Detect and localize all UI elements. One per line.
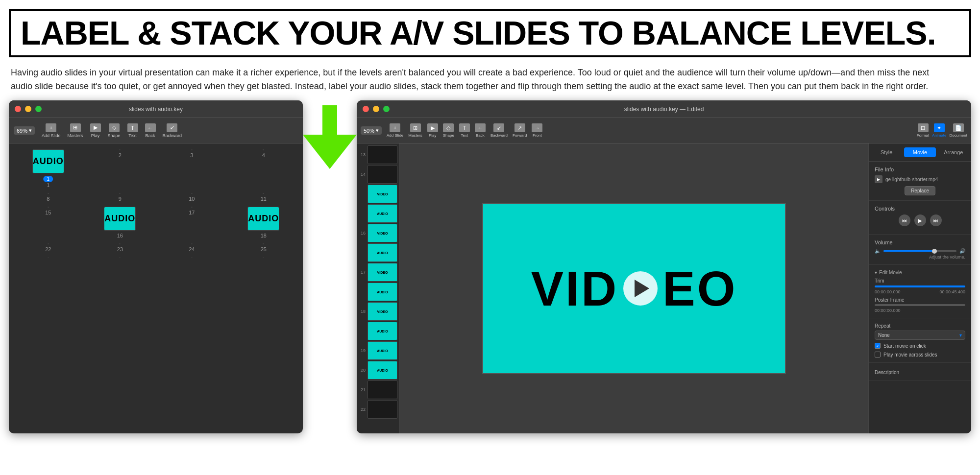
right-text-btn[interactable]: T Text	[459, 123, 470, 138]
slide-thumb-15[interactable]	[48, 207, 49, 208]
right-backward-btn[interactable]: ↙ Backward	[490, 123, 508, 138]
slide-group-3[interactable]: 3	[158, 149, 225, 188]
poster-slider[interactable]	[875, 304, 965, 306]
repeat-select[interactable]: None ▾	[875, 331, 965, 340]
strip-item-18[interactable]: 18 VIDEO	[359, 302, 397, 321]
strip-item-14[interactable]: 14	[359, 165, 397, 184]
fast-forward-button[interactable]: ⏭	[930, 214, 942, 226]
right-forward-btn[interactable]: ↗ Forward	[513, 123, 527, 138]
backward-btn[interactable]: ↙ Backward	[163, 123, 182, 138]
right-shape-btn[interactable]: ◇ Shape	[443, 123, 454, 138]
strip-item-20[interactable]: 20 AUDIO	[359, 361, 397, 380]
strip-item-audio-3[interactable]: AUDIO	[359, 283, 397, 301]
slide-thumb-23[interactable]	[119, 243, 121, 244]
play-btn[interactable]: ▶ Play	[90, 123, 101, 138]
animate-tab[interactable]: ✦ Animate	[932, 123, 946, 138]
slide-thumb-25[interactable]	[263, 243, 264, 244]
right-play-btn[interactable]: ▶ Play	[427, 123, 438, 138]
strip-item-16[interactable]: 16 VIDEO	[359, 224, 397, 242]
text-btn[interactable]: T Text	[127, 123, 138, 138]
slide-thumb-2[interactable]	[119, 149, 121, 150]
slide-thumb-18[interactable]: AUDIO	[247, 207, 279, 231]
slide-thumb-11[interactable]	[263, 193, 264, 194]
strip-item-13[interactable]: 13	[359, 145, 397, 164]
document-tab[interactable]: 📄 Document	[950, 123, 967, 138]
fullscreen-icon[interactable]	[35, 106, 42, 112]
strip-item-audio-4[interactable]: AUDIO	[359, 322, 397, 340]
slide-group-16[interactable]: AUDIO 16	[87, 207, 154, 238]
add-slide-btn[interactable]: + Add Slide	[42, 123, 61, 138]
replace-button[interactable]: Replace	[905, 186, 935, 195]
right-fullscreen-icon[interactable]	[383, 106, 390, 112]
format-tab[interactable]: ⊡ Format	[917, 123, 929, 138]
slide-group-extra3[interactable]	[158, 257, 225, 260]
strip-item-22[interactable]: 22	[359, 400, 397, 419]
right-close-icon[interactable]	[363, 106, 369, 112]
play-across-slides-checkbox[interactable]	[875, 352, 881, 357]
right-minimize-icon[interactable]	[373, 106, 379, 112]
slide-group-11[interactable]: 11	[230, 193, 297, 202]
right-inspector-panel: Style Movie Arrange File Info ▶ ge light…	[868, 143, 971, 433]
slide-group-extra2[interactable]	[87, 257, 154, 260]
slide-group-4[interactable]: 4	[230, 149, 297, 188]
slide-thumb-extra3[interactable]	[191, 257, 193, 258]
slide-group-extra4[interactable]	[230, 257, 297, 260]
slide-group-extra1[interactable]	[15, 257, 82, 260]
close-icon[interactable]	[15, 106, 21, 112]
back-btn[interactable]: ← Back	[145, 123, 156, 138]
slide-thumb-8[interactable]	[48, 193, 49, 194]
slide-group-18[interactable]: AUDIO 18	[230, 207, 297, 238]
right-add-slide-btn[interactable]: + Add Slide	[387, 123, 403, 138]
play-pause-button[interactable]: ▶	[914, 214, 926, 226]
slide-group-22[interactable]: 22	[15, 243, 82, 252]
strip-item-17[interactable]: 17 VIDEO	[359, 263, 397, 282]
zoom-control[interactable]: 69% ▾	[14, 126, 35, 135]
shape-btn[interactable]: ◇ Shape	[108, 123, 121, 138]
rewind-button[interactable]: ⏮	[899, 214, 910, 226]
start-movie-on-click-checkbox[interactable]: ✓	[875, 343, 881, 349]
left-toolbar: 69% ▾ + Add Slide ⊞ Masters ▶ Play ◇ Sha…	[9, 118, 303, 143]
trim-slider[interactable]	[875, 285, 965, 287]
slide-thumb-9[interactable]	[119, 193, 121, 194]
movie-tab[interactable]: Movie	[904, 147, 935, 157]
poster-label: Poster Frame	[875, 297, 965, 303]
slide-thumb-extra2[interactable]	[119, 257, 121, 258]
slide-group-17[interactable]: 17	[158, 207, 225, 238]
slide-group-15[interactable]: 15	[15, 207, 82, 238]
strip-item-21[interactable]: 21	[359, 380, 397, 399]
slide-group-23[interactable]: 23	[87, 243, 154, 252]
style-tab[interactable]: Style	[871, 145, 902, 159]
slide-thumb-10[interactable]	[191, 193, 193, 194]
slide-thumb-22[interactable]	[48, 243, 49, 244]
volume-slider[interactable]	[883, 250, 956, 252]
strip-item-audio-1[interactable]: AUDIO	[359, 204, 397, 223]
slide-canvas[interactable]: VID EO	[482, 203, 786, 374]
play-button-icon[interactable]	[623, 271, 658, 306]
right-front-btn[interactable]: → Front	[532, 123, 542, 138]
slide-group-9[interactable]: 9	[87, 193, 154, 202]
slide-thumb-17[interactable]	[191, 207, 193, 208]
masters-btn[interactable]: ⊞ Masters	[68, 123, 83, 138]
slide-group-8[interactable]: 8	[15, 193, 82, 202]
slide-thumb-3[interactable]	[191, 149, 193, 150]
slide-group-25[interactable]: 25	[230, 243, 297, 252]
slide-thumb-24[interactable]	[191, 243, 193, 244]
arrange-tab[interactable]: Arrange	[938, 145, 969, 159]
right-back-btn[interactable]: ← Back	[475, 123, 486, 138]
slide-group-2[interactable]: 2	[87, 149, 154, 188]
slide-thumb-16[interactable]: AUDIO	[104, 207, 136, 231]
slide-group-24[interactable]: 24	[158, 243, 225, 252]
minimize-icon[interactable]	[25, 106, 31, 112]
slide-thumb-extra1[interactable]	[48, 257, 49, 258]
strip-item-19[interactable]: 19 AUDIO	[359, 341, 397, 360]
strip-item-video-1[interactable]: VIDEO	[359, 185, 397, 203]
right-zoom-control[interactable]: 50% ▾	[361, 126, 382, 135]
right-masters-btn[interactable]: ⊞ Masters	[408, 123, 422, 138]
slide-thumb-1[interactable]: AUDIO	[32, 149, 64, 173]
slide-thumb-4[interactable]	[263, 149, 264, 150]
slide-group-10[interactable]: 10	[158, 193, 225, 202]
slide-badge-1: 1	[43, 176, 53, 182]
strip-item-audio-2[interactable]: AUDIO	[359, 243, 397, 262]
slide-thumb-extra4[interactable]	[263, 257, 264, 258]
slide-group-1[interactable]: AUDIO 1 1	[15, 149, 82, 188]
